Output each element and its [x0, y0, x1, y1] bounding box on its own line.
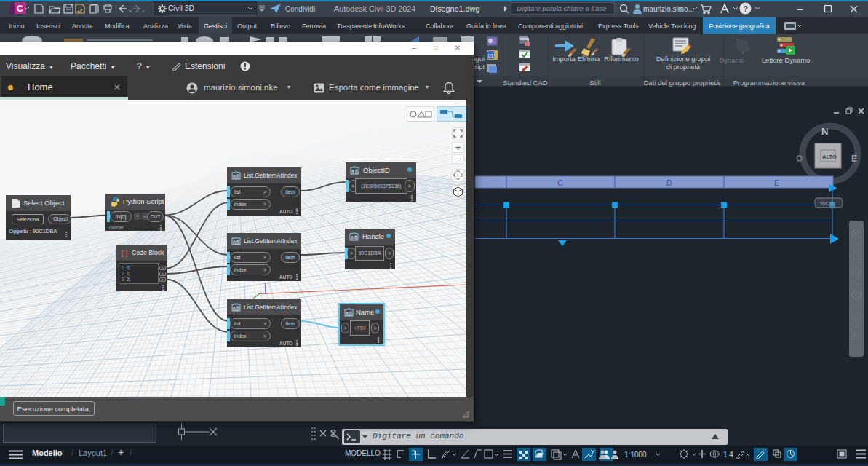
svg-text:E: E: [774, 178, 779, 187]
svg-text:?: ?: [744, 4, 749, 13]
svg-text:C: C: [17, 4, 23, 14]
svg-text:ALTO: ALTO: [822, 154, 837, 160]
svg-text:C: C: [557, 178, 563, 187]
svg-text:N: N: [821, 126, 828, 137]
svg-text:01: 01: [488, 53, 494, 58]
svg-text:1:1000: 1:1000: [624, 451, 647, 459]
svg-text:O: O: [796, 154, 803, 164]
svg-text:E: E: [851, 154, 857, 164]
svg-text:WCS: WCS: [820, 200, 834, 207]
svg-text:1.4: 1.4: [723, 451, 733, 459]
svg-text:D: D: [666, 178, 672, 187]
